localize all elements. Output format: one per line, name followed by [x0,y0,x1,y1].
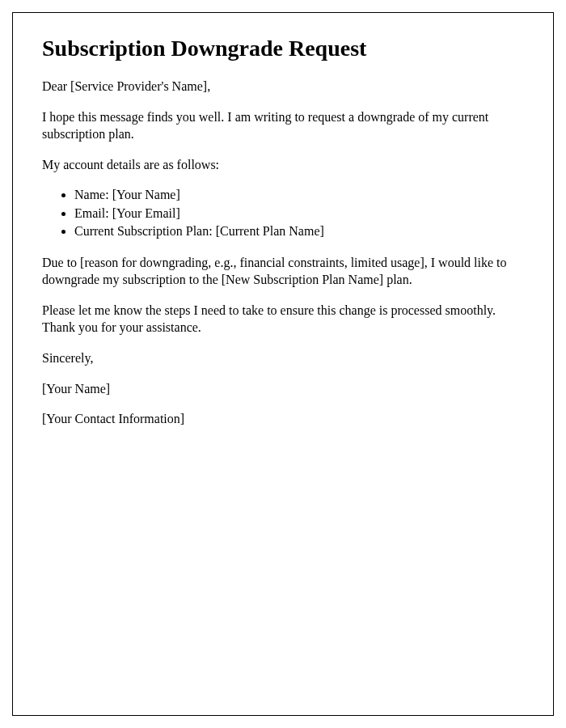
document-title: Subscription Downgrade Request [42,36,524,61]
signature-contact: [Your Contact Information] [42,410,524,428]
closing-request: Please let me know the steps I need to t… [42,302,524,336]
signoff: Sincerely, [42,349,524,367]
detail-email: Email: [Your Email] [74,205,524,222]
detail-name: Name: [Your Name] [74,186,524,204]
reason-paragraph: Due to [reason for downgrading, e.g., fi… [42,254,524,289]
signature-name: [Your Name] [42,380,524,398]
account-details-list: Name: [Your Name] Email: [Your Email] Cu… [74,186,524,240]
detail-plan: Current Subscription Plan: [Current Plan… [74,222,524,240]
details-intro: My account details are as follows: [42,156,524,174]
greeting-line: Dear [Service Provider's Name], [42,78,524,95]
document-page: Subscription Downgrade Request Dear [Ser… [12,12,554,716]
intro-paragraph: I hope this message finds you well. I am… [42,108,524,143]
